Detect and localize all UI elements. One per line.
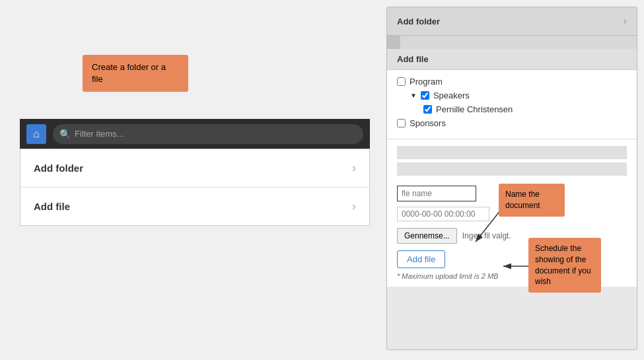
checkbox-sponsors-input[interactable] bbox=[397, 119, 406, 127]
add-file-item[interactable]: Add file › bbox=[20, 188, 369, 225]
add-file-title: Add file bbox=[397, 54, 429, 64]
modal-chevron: › bbox=[624, 15, 627, 27]
browse-button-label: Gennemse... bbox=[404, 231, 450, 240]
home-icon[interactable]: ⌂ bbox=[26, 124, 46, 144]
menu-container: Add folder › Add file › bbox=[20, 149, 370, 226]
file-name-input[interactable] bbox=[397, 186, 476, 201]
modal-header: Add folder › bbox=[387, 7, 637, 36]
add-file-header: Add file bbox=[387, 49, 637, 70]
checkbox-sponsors[interactable]: Sponsors bbox=[397, 118, 627, 128]
checkbox-sponsors-label: Sponsors bbox=[410, 118, 446, 128]
add-folder-chevron: › bbox=[352, 161, 356, 175]
add-file-button-label: Add file bbox=[407, 254, 435, 264]
name-document-annotation: Name the document bbox=[499, 184, 565, 217]
checkbox-program[interactable]: Program bbox=[397, 77, 627, 87]
checkbox-pernille-label: Pernille Christensen bbox=[436, 104, 513, 114]
search-bar[interactable]: 🔍 Filter items... bbox=[53, 124, 363, 144]
nav-bar: ⌂ 🔍 Filter items... bbox=[20, 119, 370, 149]
add-folder-label: Add folder bbox=[34, 162, 83, 174]
browse-button[interactable]: Gennemse... bbox=[397, 228, 457, 244]
checkbox-pernille[interactable]: Pernille Christensen bbox=[423, 104, 627, 114]
datetime-input[interactable] bbox=[397, 207, 489, 221]
schedule-annotation: Schedule the showing of the document if … bbox=[528, 238, 601, 293]
checkbox-list: Program ▼ Speakers Pernille Christensen … bbox=[387, 70, 637, 139]
schedule-text: Schedule the showing of the document if … bbox=[535, 244, 591, 286]
modal-title: Add folder bbox=[397, 17, 440, 26]
add-file-chevron: › bbox=[352, 199, 356, 213]
name-document-text: Name the document bbox=[505, 190, 540, 210]
checkbox-speakers[interactable]: ▼ Speakers bbox=[410, 90, 627, 100]
checkbox-program-input[interactable] bbox=[397, 77, 406, 86]
create-tooltip-text: Create a folder or a file bbox=[92, 62, 166, 84]
checkbox-pernille-input[interactable] bbox=[423, 105, 432, 114]
no-file-text: Ingen fil valgt. bbox=[462, 231, 511, 240]
checkbox-speakers-label: Speakers bbox=[433, 90, 470, 100]
checkbox-program-label: Program bbox=[410, 77, 443, 87]
checkbox-speakers-input[interactable] bbox=[421, 91, 429, 100]
search-placeholder: Filter items... bbox=[75, 129, 124, 139]
left-panel: Create a folder or a file ⌂ 🔍 Filter ite… bbox=[13, 13, 383, 291]
right-panel: Add folder › Add file Program ▼ Speakers… bbox=[386, 7, 637, 350]
create-tooltip: Create a folder or a file bbox=[83, 55, 188, 92]
add-file-button[interactable]: Add file bbox=[397, 250, 445, 268]
expand-icon: ▼ bbox=[410, 92, 417, 99]
search-icon: 🔍 bbox=[59, 129, 71, 139]
add-folder-item[interactable]: Add folder › bbox=[20, 149, 369, 188]
add-file-label: Add file bbox=[34, 201, 70, 212]
